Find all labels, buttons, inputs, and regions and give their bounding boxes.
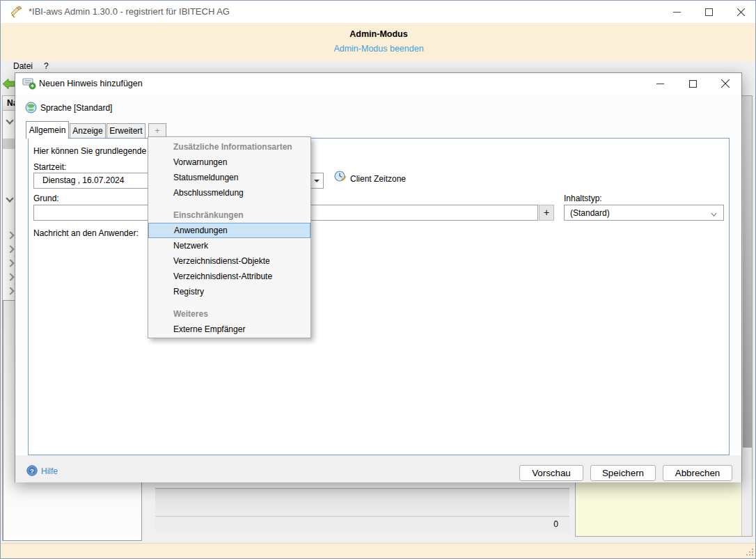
menu-section-header: Zusätzliche Informationsarten (148, 139, 310, 155)
menu-item-verzeichnisdienst-objekte[interactable]: Verzeichnisdienst-Objekte (148, 253, 310, 269)
dialog-minimize-button[interactable] (645, 73, 676, 94)
preview-scrollbar[interactable] (741, 96, 752, 536)
add-notice-icon (22, 77, 36, 90)
help-link[interactable]: Hilfe (41, 466, 58, 476)
tab-anzeige[interactable]: Anzeige (70, 123, 106, 138)
content-type-value: (Standard) (570, 208, 610, 218)
close-button[interactable] (725, 1, 756, 23)
minimize-button[interactable] (661, 1, 693, 23)
save-button[interactable]: Speichern (590, 465, 656, 481)
menu-item-vorwarnungen[interactable]: Vorwarnungen (148, 155, 310, 170)
menu-item-anwendungen[interactable]: Anwendungen (148, 223, 310, 238)
chevron-down-icon (711, 211, 718, 215)
preview-button[interactable]: Vorschau (519, 465, 583, 481)
content-type-label: Inhaltstyp: (564, 194, 602, 203)
menu-item-statusmeldungen[interactable]: Statusmeldungen (148, 170, 310, 185)
cancel-button[interactable]: Abbrechen (663, 465, 732, 481)
resize-grip[interactable] (746, 549, 754, 557)
back-arrow-icon[interactable] (2, 78, 15, 90)
dialog-title: Neuen Hinweis hinzufügen (39, 73, 143, 94)
content-type-combobox[interactable]: (Standard) (564, 205, 724, 221)
message-label: Nachricht an den Anwender: (33, 228, 139, 238)
admin-mode-banner: Admin-Modus Admin-Modus beenden (1, 23, 756, 61)
admin-mode-title: Admin-Modus (1, 29, 756, 39)
start-time-label: Startzeit: (33, 162, 66, 172)
date-dropdown-button[interactable] (310, 173, 323, 188)
status-bar: C:\IBI-aws\Admin\Data.xml (1, 543, 756, 559)
menu-bar: Datei ? (1, 61, 756, 73)
item-count: 0 (155, 516, 569, 532)
window-title: *IBI-aws Admin 1.30.0 - registriert für … (29, 1, 230, 23)
add-tab-popup-menu: Zusätzliche Informationsarten Vorwarnung… (148, 136, 311, 338)
dialog-footer: ? Hilfe Vorschau Speichern Abbrechen (15, 455, 741, 482)
reason-label: Grund: (33, 194, 59, 203)
question-glyph: ? (30, 467, 34, 475)
reason-add-button[interactable]: + (539, 205, 554, 221)
language-label: Sprache [Standard] (40, 103, 112, 113)
menu-item-verzeichnisdienst-attribute[interactable]: Verzeichnisdienst-Attribute (148, 269, 310, 284)
tree-selected-row[interactable] (3, 139, 15, 149)
main-titlebar: *IBI-aws Admin 1.30.0 - registriert für … (1, 1, 756, 23)
tab-add-button[interactable]: + (148, 123, 166, 138)
dialog-close-button[interactable] (709, 73, 741, 94)
menu-item-externe-empfaenger[interactable]: Externe Empfänger (148, 322, 310, 337)
menu-datei[interactable]: Datei (10, 61, 36, 73)
dialog-maximize-button[interactable] (677, 73, 709, 94)
intro-text: Hier können Sie grundlegende Ei (33, 146, 156, 156)
add-notice-dialog: Neuen Hinweis hinzufügen Sprache [Standa… (15, 72, 742, 482)
app-root: *IBI-aws Admin 1.30.0 - registriert für … (0, 0, 756, 559)
globe-icon (25, 102, 37, 113)
admin-mode-exit-link[interactable]: Admin-Modus beenden (1, 44, 756, 54)
menu-item-abschlussmeldung[interactable]: Abschlussmeldung (148, 185, 310, 200)
menu-item-registry[interactable]: Registry (148, 284, 310, 299)
menu-section-header: Weiteres (148, 306, 310, 322)
tab-erweitert[interactable]: Erweitert (107, 123, 145, 138)
scrollbar-thumb[interactable] (743, 96, 752, 448)
client-timezone-icon (334, 171, 347, 184)
app-icon (10, 6, 23, 18)
menu-item-netzwerk[interactable]: Netzwerk (148, 238, 310, 253)
menu-help[interactable]: ? (40, 61, 52, 73)
client-timezone-label: Client Zeitzone (350, 174, 406, 184)
help-icon: ? (26, 465, 38, 476)
tab-allgemein[interactable]: Allgemein (26, 121, 69, 139)
maximize-button[interactable] (693, 1, 725, 23)
menu-section-header: Einschränkungen (148, 207, 310, 223)
dialog-titlebar: Neuen Hinweis hinzufügen (15, 73, 741, 94)
start-date-value: Dienstag , 16.07.2024 (42, 175, 124, 185)
